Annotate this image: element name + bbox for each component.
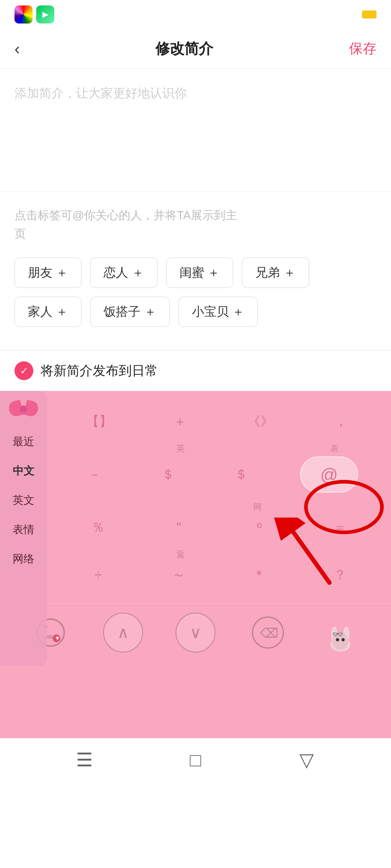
tag-friend[interactable]: 朋友 ＋ bbox=[14, 258, 81, 288]
svg-text:👓: 👓 bbox=[332, 629, 344, 639]
return-icon: 👓 bbox=[324, 613, 357, 652]
sub-label-3 bbox=[89, 501, 118, 513]
home-icon: □ bbox=[190, 749, 201, 771]
key-dollar-1[interactable]: ＄ bbox=[154, 462, 182, 487]
sub-label-4 bbox=[166, 501, 195, 513]
bio-section[interactable]: 添加简介，让大家更好地认识你 bbox=[0, 69, 391, 192]
keyboard-bottom-toolbar: T ▼ ∧ ∨ ⌫ bbox=[0, 603, 391, 661]
key-angle-brackets[interactable]: 《》 bbox=[244, 409, 277, 434]
key-divide[interactable]: ÷ bbox=[84, 564, 113, 586]
bow-decoration bbox=[7, 398, 40, 420]
app-icon-1 bbox=[14, 5, 33, 24]
sub-label-7 bbox=[243, 549, 272, 560]
back-button[interactable]: ‹ bbox=[14, 40, 20, 58]
key-question[interactable]: ？ bbox=[325, 562, 354, 587]
tag-baby[interactable]: 小宝贝 ＋ bbox=[178, 297, 258, 327]
sub-label-english: 英 bbox=[166, 443, 195, 454]
tags-section: 点击标签可@你关心的人，并将TA展示到主页 朋友 ＋ 恋人 ＋ 闺蜜 ＋ 兄弟 … bbox=[0, 192, 391, 350]
bow-center bbox=[20, 405, 27, 413]
sub-label-1 bbox=[89, 443, 118, 454]
header: ‹ 修改简介 保存 bbox=[0, 29, 391, 69]
sub-labels-row-3: 返 bbox=[58, 549, 380, 560]
menu-icon: ☰ bbox=[76, 749, 93, 771]
scroll-down-button[interactable]: ∨ bbox=[176, 613, 215, 652]
tags-hint: 点击标签可@你关心的人，并将TA展示到主页 bbox=[14, 206, 377, 243]
delete-button[interactable]: ⌫ bbox=[248, 613, 288, 652]
publish-text: 将新简介发布到日常 bbox=[41, 362, 158, 380]
sub-labels-row-2: 网 bbox=[58, 501, 380, 513]
sidebar-item-english[interactable]: 英文 bbox=[0, 486, 47, 515]
key-row-4: ÷ ～ ＊ ？ bbox=[58, 562, 380, 587]
publish-section[interactable]: ✓ 将新简介发布到日常 bbox=[0, 350, 391, 391]
bio-placeholder: 添加简介，让大家更好地认识你 bbox=[14, 83, 377, 103]
keyboard-side-menu: 最近 中文 英文 表情 网络 bbox=[0, 391, 47, 666]
check-icon: ✓ bbox=[14, 361, 33, 380]
key-minus[interactable]: － bbox=[80, 462, 109, 487]
tag-lover[interactable]: 恋人 ＋ bbox=[90, 258, 157, 288]
keyboard-main: 【】 ＋ 《》 ， 英 表 － ＄ ＄ @ 网 ％ bbox=[47, 391, 391, 603]
key-row-3: ％ " º ＝ bbox=[58, 515, 380, 540]
key-row-2: － ＄ ＄ @ bbox=[58, 456, 380, 493]
nav-back-button[interactable]: ▽ bbox=[292, 745, 321, 774]
save-button[interactable]: 保存 bbox=[349, 39, 377, 58]
sub-label-6 bbox=[89, 549, 118, 560]
key-equals[interactable]: ＝ bbox=[325, 515, 354, 540]
status-bar: ▶ bbox=[0, 0, 391, 29]
key-plus[interactable]: ＋ bbox=[165, 409, 194, 434]
tags-row-2: 家人 ＋ 饭搭子 ＋ 小宝贝 ＋ bbox=[14, 297, 377, 327]
tag-bestie[interactable]: 闺蜜 ＋ bbox=[166, 258, 233, 288]
keyboard-area[interactable]: 最近 中文 英文 表情 网络 【】 ＋ 《》 ， 英 表 － ＄ ＄ @ bbox=[0, 391, 391, 738]
key-brackets[interactable]: 【】 bbox=[83, 409, 116, 434]
key-dollar-2[interactable]: ＄ bbox=[227, 462, 256, 487]
key-quote[interactable]: " bbox=[164, 516, 193, 539]
tags-row-1: 朋友 ＋ 恋人 ＋ 闺蜜 ＋ 兄弟 ＋ bbox=[14, 258, 377, 288]
sidebar-item-chinese[interactable]: 中文 bbox=[0, 456, 47, 486]
key-comma[interactable]: ， bbox=[327, 409, 356, 434]
sub-label-2 bbox=[243, 443, 272, 454]
sub-label-网: 网 bbox=[243, 501, 272, 513]
tag-foodmate[interactable]: 饭搭子 ＋ bbox=[90, 297, 169, 327]
scroll-up-button[interactable]: ∧ bbox=[103, 613, 143, 652]
key-row-1: 【】 ＋ 《》 ， bbox=[58, 409, 380, 434]
key-asterisk[interactable]: ＊ bbox=[245, 562, 274, 587]
tag-family[interactable]: 家人 ＋ bbox=[14, 297, 81, 327]
sub-label-5 bbox=[320, 501, 349, 513]
delete-icon: ⌫ bbox=[252, 616, 284, 649]
key-at[interactable]: @ bbox=[300, 456, 358, 493]
status-icons: ▶ bbox=[14, 5, 54, 24]
chevron-up-icon: ∧ bbox=[117, 623, 129, 642]
svg-text:⌫: ⌫ bbox=[260, 625, 278, 640]
sidebar-item-network[interactable]: 网络 bbox=[0, 544, 47, 574]
return-button[interactable]: 👓 bbox=[320, 613, 360, 652]
nav-home-button[interactable]: □ bbox=[181, 745, 210, 774]
nav-bar: ☰ □ ▽ bbox=[0, 738, 391, 782]
tag-brother[interactable]: 兄弟 ＋ bbox=[242, 258, 309, 288]
nav-menu-button[interactable]: ☰ bbox=[70, 745, 99, 774]
app-icon-2: ▶ bbox=[36, 5, 54, 24]
sidebar-item-recent[interactable]: 最近 bbox=[0, 427, 47, 456]
sub-label-返: 返 bbox=[166, 549, 195, 560]
page-title: 修改简介 bbox=[155, 39, 213, 59]
back-nav-icon: ▽ bbox=[299, 749, 314, 771]
sub-labels-row: 英 表 bbox=[58, 443, 380, 454]
key-degree[interactable]: º bbox=[245, 516, 274, 539]
sub-label-biao: 表 bbox=[320, 443, 349, 454]
key-percent[interactable]: ％ bbox=[84, 515, 113, 540]
battery-icon bbox=[362, 10, 377, 18]
sidebar-item-emoji[interactable]: 表情 bbox=[0, 515, 47, 544]
sub-label-8 bbox=[320, 549, 349, 560]
chevron-down-icon: ∨ bbox=[190, 623, 201, 642]
key-tilde[interactable]: ～ bbox=[164, 562, 193, 587]
svg-text:▼: ▼ bbox=[55, 635, 60, 641]
